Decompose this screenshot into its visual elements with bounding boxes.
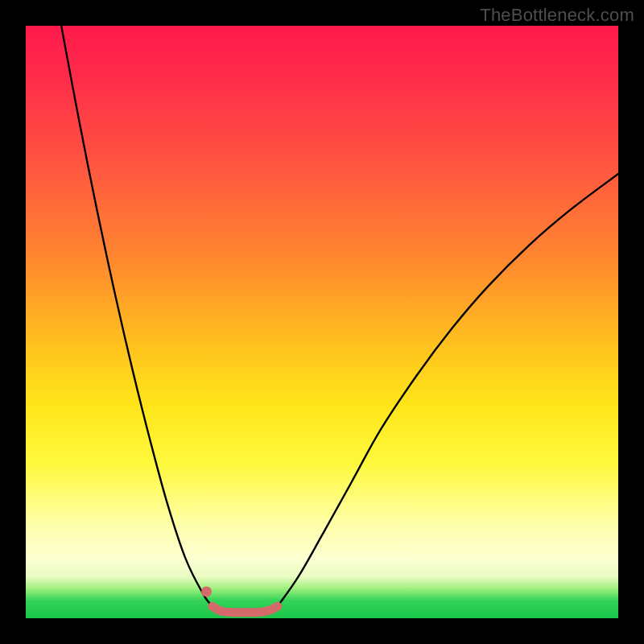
curve-main xyxy=(61,26,618,613)
chart-frame: TheBottleneck.com xyxy=(0,0,644,644)
curve-marker-dot xyxy=(201,586,212,597)
curve-valley-floor xyxy=(213,606,278,613)
plot-area xyxy=(26,26,618,618)
bottleneck-curve xyxy=(26,26,618,618)
watermark-text: TheBottleneck.com xyxy=(480,5,634,26)
